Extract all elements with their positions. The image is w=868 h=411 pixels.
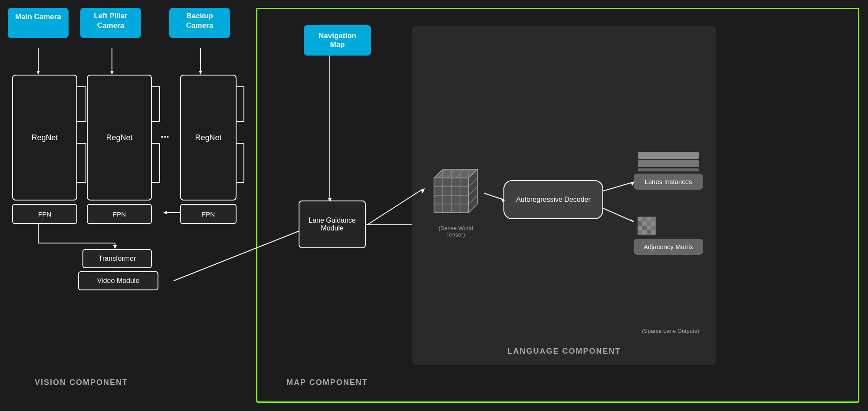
svg-line-87: [603, 182, 633, 191]
svg-rect-73: [638, 221, 642, 226]
transformer-label: Transformer: [99, 255, 136, 263]
adjacency-matrix-box: Adjacency Matrix: [634, 239, 703, 255]
svg-rect-69: [638, 217, 642, 221]
left-pillar-camera-box: Left PillarCamera: [80, 8, 141, 38]
fpn-1-label: FPN: [38, 210, 51, 218]
svg-rect-70: [642, 217, 647, 221]
svg-rect-76: [651, 221, 655, 226]
svg-line-89: [603, 208, 633, 221]
svg-rect-71: [647, 217, 651, 221]
regnet-3-label: RegNet: [195, 133, 221, 142]
svg-rect-84: [651, 230, 655, 234]
language-component-area: (Dense WorldTensor) Autoregressive Decod…: [412, 26, 716, 365]
svg-rect-65: [638, 152, 699, 159]
svg-marker-25: [163, 211, 167, 214]
transformer-box: Transformer: [82, 249, 152, 268]
regnet-3-box: RegNet: [180, 75, 237, 201]
svg-rect-82: [642, 230, 647, 234]
autoregressive-label: Autoregressive Decoder: [516, 196, 591, 204]
svg-rect-78: [642, 226, 647, 230]
lane-guidance-box: Lane Guidance Module: [299, 201, 366, 248]
adjacency-icon: [634, 215, 703, 238]
dense-tensor-container: (Dense WorldTensor): [425, 165, 486, 238]
svg-line-34: [174, 226, 312, 281]
svg-marker-31: [113, 245, 117, 249]
dense-world-label: (Dense WorldTensor): [425, 225, 486, 238]
regnet-2-box: RegNet: [87, 75, 152, 201]
svg-rect-77: [638, 226, 642, 230]
main-container: Main Camera Left PillarCamera BackupCame…: [0, 0, 868, 411]
svg-marker-3: [110, 71, 114, 75]
map-component-label: MAP COMPONENT: [286, 378, 368, 387]
svg-rect-81: [638, 230, 642, 234]
svg-rect-79: [647, 226, 651, 230]
nav-map-label: NavigationMap: [319, 32, 356, 49]
sparse-lane-outputs-label: (Sparse Lane Outputs): [627, 328, 714, 334]
svg-rect-80: [651, 226, 655, 230]
autoregressive-decoder-box: Autoregressive Decoder: [503, 180, 603, 219]
lanes-instances-box: Lanes Instances: [634, 174, 703, 190]
dense-world-tensor-grid: [425, 165, 482, 221]
main-camera-label: Main Camera: [15, 13, 61, 21]
left-pillar-camera-label: Left PillarCamera: [94, 12, 127, 30]
regnet-1-label: RegNet: [31, 133, 58, 142]
svg-rect-83: [647, 230, 651, 234]
nav-map-box: NavigationMap: [304, 25, 371, 56]
lane-guidance-label: Lane Guidance Module: [299, 217, 365, 232]
svg-rect-72: [651, 217, 655, 221]
svg-rect-67: [638, 168, 699, 171]
backup-camera-label: BackupCamera: [186, 12, 213, 30]
main-camera-box: Main Camera: [8, 8, 69, 38]
video-module-label: Video Module: [97, 277, 140, 285]
svg-rect-66: [638, 160, 699, 167]
video-module-box: Video Module: [78, 271, 158, 290]
svg-rect-75: [647, 221, 651, 226]
dots-separator: ...: [161, 128, 169, 140]
svg-rect-74: [642, 221, 647, 226]
lanes-instances-label: Lanes Instances: [644, 178, 692, 185]
regnet-2-label: RegNet: [106, 133, 132, 142]
svg-marker-1: [36, 71, 40, 75]
fpn-3-box: FPN: [180, 204, 237, 224]
adjacency-matrix-label: Adjacency Matrix: [644, 243, 693, 250]
lanes-icon: [634, 150, 703, 173]
language-component-label: LANGUAGE COMPONENT: [508, 347, 621, 356]
fpn-2-label: FPN: [113, 210, 126, 218]
fpn-2-box: FPN: [87, 204, 152, 224]
svg-line-85: [484, 193, 503, 200]
svg-marker-5: [199, 71, 202, 75]
vision-component-label: VISION COMPONENT: [35, 378, 128, 387]
fpn-1-box: FPN: [12, 204, 77, 224]
fpn-3-label: FPN: [202, 210, 215, 218]
regnet-1-box: RegNet: [12, 75, 77, 201]
backup-camera-box: BackupCamera: [169, 8, 230, 38]
